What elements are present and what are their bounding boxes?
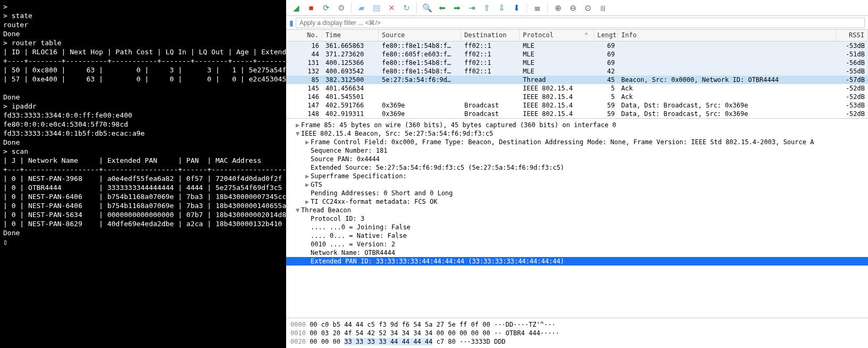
wireshark-pane: ◢ ■ ⟳ ⚙ ▰ ▤ ✕ ↻ 🔍 ⬅ ➡ ⇥ ⇧ ⇩ ⬇ ≣ ⊕ ⊖ ⊙ ⫼ …	[286, 0, 868, 348]
options-icon[interactable]: ⚙	[335, 2, 347, 14]
close-file-icon[interactable]: ✕	[386, 2, 397, 14]
bookmark-icon[interactable]: ▮	[289, 19, 294, 27]
colorize-icon[interactable]: ≣	[531, 2, 543, 14]
filter-bar: ▮	[286, 16, 868, 30]
packet-row[interactable]: 44371.273620fe80::605f:e603:f…ff02::1MLE…	[286, 50, 868, 59]
packet-row[interactable]: 146401.545501IEEE 802.15.45Ack-52dB	[286, 93, 868, 101]
packet-list[interactable]: No. Time Source Destination Protocol⌃ Le…	[286, 30, 868, 118]
stop-icon[interactable]: ■	[305, 2, 317, 14]
detail-line[interactable]: .... 0... = Native: False	[286, 231, 868, 240]
packet-details[interactable]: ▶Frame 85: 45 bytes on wire (360 bits), …	[286, 118, 868, 318]
detail-line[interactable]: Extended PAN ID: 33:33:33:33:44:44:44:44…	[286, 257, 868, 266]
detail-line[interactable]: .... ...0 = Joining: False	[286, 223, 868, 231]
detail-line[interactable]: Network Name: OTBR4444	[286, 248, 868, 257]
hex-row[interactable]: 0020 00 00 00 33 33 33 33 44 44 44 44 c7…	[290, 337, 864, 346]
zoom-out-icon[interactable]: ⊖	[567, 2, 579, 14]
col-prot[interactable]: Protocol⌃	[520, 30, 594, 41]
hex-dump[interactable]: 0000 00 c0 b5 44 44 c5 f3 9d f6 54 5a 27…	[286, 318, 868, 348]
folder-open-icon[interactable]: ▰	[356, 2, 368, 14]
display-filter-input[interactable]	[296, 18, 865, 28]
detail-line[interactable]: Source PAN: 0x4444	[286, 155, 868, 163]
packet-row[interactable]: 147402.5917660x369eBroadcastIEEE 802.15.…	[286, 101, 868, 110]
auto-scroll-icon[interactable]: ⬇	[511, 2, 522, 14]
detail-line[interactable]: ▶Frame Control Field: 0xc000, Frame Type…	[286, 138, 868, 146]
detail-line[interactable]: 0010 .... = Version: 2	[286, 240, 868, 248]
packet-row[interactable]: 148402.9193110x369eBroadcastIEEE 802.15.…	[286, 110, 868, 118]
shark-fin-icon[interactable]: ◢	[290, 2, 302, 14]
detail-line[interactable]: Protocol ID: 3	[286, 214, 868, 223]
col-src[interactable]: Source	[379, 30, 461, 41]
sort-arrow-icon: ⌃	[585, 31, 588, 39]
forward-icon[interactable]: ➡	[451, 2, 463, 14]
detail-line[interactable]: ▼IEEE 802.15.4 Beacon, Src: 5e:27:5a:54:…	[286, 129, 868, 138]
terminal-pane[interactable]: > > state router Done > router table | I…	[0, 0, 286, 348]
col-len[interactable]: Lengt	[594, 30, 618, 41]
packet-row[interactable]: 16361.665863fe80::f8e1:54b8:f…ff02::1MLE…	[286, 42, 868, 50]
zoom-in-icon[interactable]: ⊕	[552, 2, 564, 14]
zoom-reset-icon[interactable]: ⊙	[582, 2, 594, 14]
save-icon[interactable]: ▤	[371, 2, 382, 14]
detail-line[interactable]: ▶TI CC24xx-format metadata: FCS OK	[286, 197, 868, 206]
find-icon[interactable]: 🔍	[421, 2, 433, 14]
first-pkt-icon[interactable]: ⇧	[481, 2, 493, 14]
packet-row[interactable]: 131400.125366fe80::f8e1:54b8:f…ff02::1ML…	[286, 59, 868, 67]
detail-line[interactable]: Extended Source: 5e:27:5a:54:f6:9d:f3:c5…	[286, 163, 868, 172]
hex-row[interactable]: 0000 00 c0 b5 44 44 c5 f3 9d f6 54 5a 27…	[290, 320, 864, 329]
packet-row[interactable]: 132400.693542fe80::f8e1:54b8:f…ff02::1ML…	[286, 67, 868, 76]
detail-line[interactable]: Pending Addresses: 0 Short and 0 Long	[286, 189, 868, 197]
col-no[interactable]: No.	[286, 30, 322, 41]
detail-line[interactable]: ▼Thread Beacon	[286, 206, 868, 214]
detail-line[interactable]: ▶Superframe Specification:	[286, 172, 868, 180]
packet-row[interactable]: 85382.3125005e:27:5a:54:f6:9d…Thread45Be…	[286, 76, 868, 84]
resize-cols-icon[interactable]: ⫼	[597, 2, 608, 14]
restart-icon[interactable]: ⟳	[320, 2, 332, 14]
col-rssi[interactable]: RSSI	[836, 30, 868, 41]
reload-icon[interactable]: ↻	[400, 2, 412, 14]
col-info[interactable]: Info	[618, 30, 836, 41]
packet-row[interactable]: 145401.456634IEEE 802.15.45Ack-52dB	[286, 84, 868, 93]
toolbar: ◢ ■ ⟳ ⚙ ▰ ▤ ✕ ↻ 🔍 ⬅ ➡ ⇥ ⇧ ⇩ ⬇ ≣ ⊕ ⊖ ⊙ ⫼	[286, 0, 868, 16]
col-dst[interactable]: Destination	[461, 30, 520, 41]
packet-list-header[interactable]: No. Time Source Destination Protocol⌃ Le…	[286, 30, 868, 42]
last-pkt-icon[interactable]: ⇩	[496, 2, 507, 14]
hex-row[interactable]: 0010 00 03 20 4f 54 42 52 34 34 34 34 00…	[290, 329, 864, 337]
detail-line[interactable]: ▶Frame 85: 45 bytes on wire (360 bits), …	[286, 121, 868, 129]
col-time[interactable]: Time	[322, 30, 379, 41]
back-icon[interactable]: ⬅	[436, 2, 448, 14]
detail-line[interactable]: ▶GTS	[286, 180, 868, 189]
goto-pkt-icon[interactable]: ⇥	[466, 2, 478, 14]
detail-line[interactable]: Sequence Number: 181	[286, 146, 868, 155]
